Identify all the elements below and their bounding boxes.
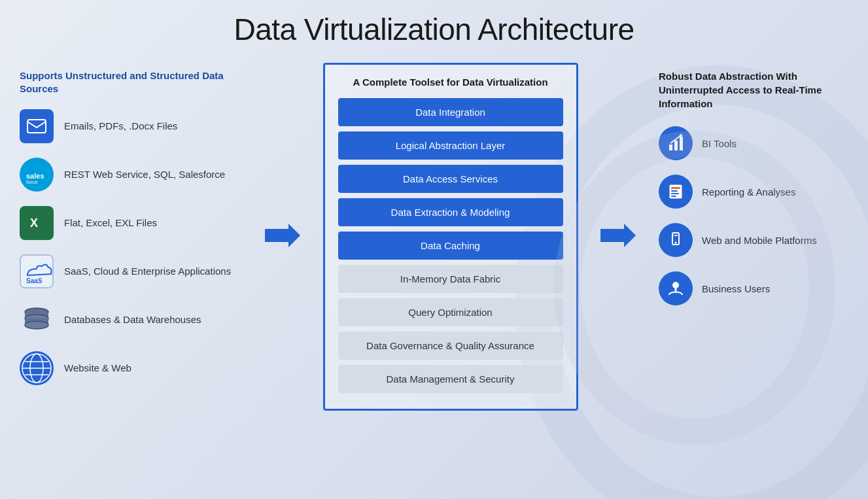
bar-data-access: Data Access Services — [338, 165, 563, 193]
svg-rect-22 — [680, 137, 683, 150]
web-icon — [20, 351, 54, 385]
svg-point-23 — [680, 134, 682, 137]
svg-point-11 — [25, 321, 48, 329]
excel-icon: X — [20, 206, 54, 240]
source-label: Website & Web — [64, 362, 131, 375]
bar-logical-abstraction: Logical Abstraction Layer — [338, 131, 563, 160]
right-arrow-icon — [265, 220, 300, 252]
source-label: Databases & Data Warehouses — [64, 313, 201, 326]
list-item: SaaS SaaS, Cloud & Enterprise Applicatio… — [20, 254, 242, 288]
svg-rect-28 — [671, 196, 676, 197]
user-icon — [659, 271, 693, 305]
bar-data-integration: Data Integration — [338, 98, 563, 126]
right-arrow-icon-2 — [600, 220, 636, 252]
reporting-icon — [659, 175, 693, 209]
list-item: Business Users — [659, 271, 848, 305]
source-label: Emails, PDFs, .Docx Files — [64, 120, 177, 133]
source-label: Flat, Excel, EXL Files — [64, 216, 157, 230]
svg-rect-20 — [669, 145, 672, 150]
svg-rect-0 — [27, 120, 46, 133]
svg-rect-21 — [674, 141, 678, 150]
mobile-icon — [659, 223, 693, 257]
svg-rect-26 — [671, 190, 678, 192]
svg-rect-25 — [671, 187, 680, 189]
center-heading: A Complete Toolset for Data Virtualizati… — [338, 75, 563, 89]
list-item: Emails, PDFs, .Docx Files — [20, 109, 242, 143]
svg-marker-18 — [265, 224, 300, 247]
list-item: Reporting & Analyses — [659, 175, 848, 209]
main-columns: Supports Unstructured and Structured Dat… — [20, 63, 848, 411]
source-label: SaaS, Cloud & Enterprise Applications — [64, 265, 231, 278]
svg-marker-19 — [600, 224, 636, 247]
list-item: X Flat, Excel, EXL Files — [20, 206, 242, 240]
svg-text:force: force — [26, 179, 38, 184]
email-icon — [20, 109, 54, 143]
right-column: Robust Data Abstraction With Uninterrupt… — [659, 63, 848, 320]
output-label: Web and Mobile Platforms — [702, 235, 817, 246]
output-label: Reporting & Analyses — [702, 186, 795, 198]
svg-point-30 — [675, 242, 677, 244]
left-column: Supports Unstructured and Structured Dat… — [20, 63, 242, 400]
svg-text:X: X — [30, 216, 38, 230]
svg-text:SaaS: SaaS — [26, 277, 43, 284]
bar-data-governance: Data Governance & Quality Assurance — [338, 332, 563, 360]
right-arrow-col — [599, 63, 638, 252]
bi-icon — [659, 126, 693, 160]
output-label: BI Tools — [702, 138, 737, 149]
svg-point-32 — [672, 282, 679, 288]
page-title: Data Virtualization Architecture — [20, 12, 848, 47]
left-heading: Supports Unstructured and Structured Dat… — [20, 69, 242, 95]
page-wrapper: Data Virtualization Architecture Support… — [0, 0, 868, 499]
list-item: Databases & Data Warehouses — [20, 303, 242, 337]
list-item: sales force REST Web Service, SQL, Sales… — [20, 158, 242, 192]
bar-in-memory: In-Memory Data Fabric — [338, 265, 563, 293]
salesforce-icon: sales force — [20, 158, 54, 192]
bar-data-extraction: Data Extraction & Modeling — [338, 198, 563, 226]
center-column: A Complete Toolset for Data Virtualizati… — [323, 63, 578, 411]
source-label: REST Web Service, SQL, Salesforce — [64, 168, 225, 181]
db-icon — [20, 303, 54, 337]
saas-icon: SaaS — [20, 254, 54, 288]
list-item: Web and Mobile Platforms — [659, 223, 848, 257]
list-item: Website & Web — [20, 351, 242, 385]
svg-rect-27 — [671, 193, 679, 194]
list-item: BI Tools — [659, 126, 848, 160]
left-arrow-col — [263, 63, 302, 252]
output-label: Business Users — [702, 283, 770, 294]
bar-query-optimization: Query Optimization — [338, 298, 563, 326]
bar-data-caching: Data Caching — [338, 232, 563, 260]
right-heading: Robust Data Abstraction With Uninterrupt… — [659, 69, 848, 111]
bar-data-management: Data Management & Security — [338, 365, 563, 393]
